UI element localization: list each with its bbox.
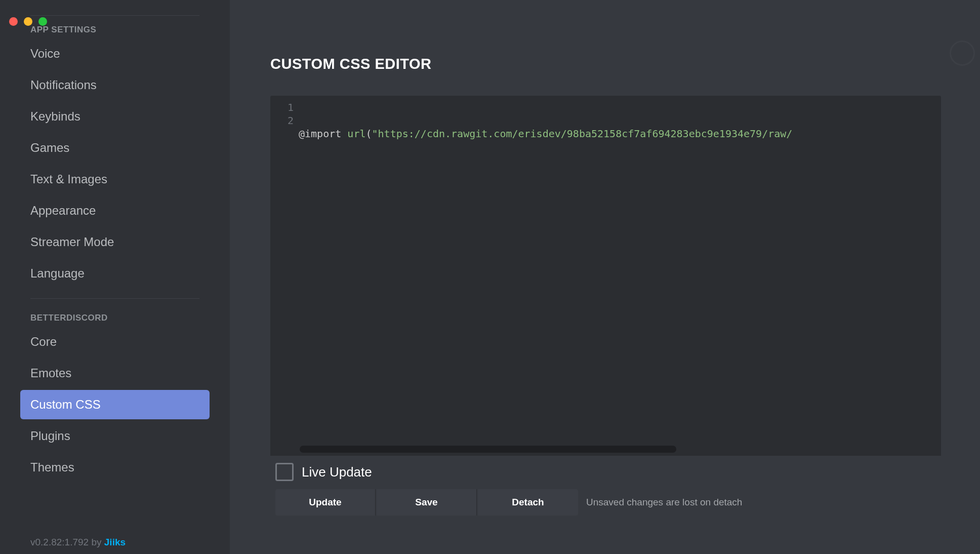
live-update-row: Live Update xyxy=(270,456,941,485)
sidebar-item-label: Voice xyxy=(30,47,60,60)
version-info: v0.2.82:1.792 by Jiiks xyxy=(20,532,210,548)
window-minimize-button[interactable] xyxy=(24,17,32,26)
css-editor-panel: 1 2 @import url("https://cdn.rawgit.com/… xyxy=(270,96,941,526)
sidebar-item-label: Streamer Mode xyxy=(30,235,114,249)
settings-content: CUSTOM CSS EDITOR 1 2 @import url("https… xyxy=(230,0,980,554)
code-content: 1 2 @import url("https://cdn.rawgit.com/… xyxy=(270,96,941,206)
sidebar-item-label: Custom CSS xyxy=(30,398,101,411)
sidebar-item-notifications[interactable]: Notifications xyxy=(20,70,210,100)
save-button[interactable]: Save xyxy=(377,489,477,516)
line-number-gutter: 1 2 xyxy=(270,101,299,206)
sidebar-item-custom-css[interactable]: Custom CSS xyxy=(20,390,210,419)
token-string: "https://cdn.rawgit.com/erisdev/98ba5215… xyxy=(372,128,793,140)
detach-hint: Unsaved changes are lost on detach xyxy=(586,497,742,508)
sidebar-item-label: Plugins xyxy=(30,429,70,443)
sidebar-item-keybinds[interactable]: Keybinds xyxy=(20,102,210,131)
sidebar-separator xyxy=(30,15,199,16)
live-update-label: Live Update xyxy=(302,464,372,480)
section-header-betterdiscord: BETTERDISCORD xyxy=(20,307,210,327)
code-lines[interactable]: @import url("https://cdn.rawgit.com/eris… xyxy=(299,101,941,206)
live-update-checkbox[interactable] xyxy=(275,463,294,481)
sidebar-item-voice[interactable]: Voice xyxy=(20,39,210,68)
sidebar-item-plugins[interactable]: Plugins xyxy=(20,421,210,451)
line-number: 1 xyxy=(270,101,294,114)
token-function: url xyxy=(347,128,365,140)
version-text: v0.2.82:1.792 by xyxy=(30,537,104,547)
sidebar-item-appearance[interactable]: Appearance xyxy=(20,196,210,225)
sidebar-item-label: Games xyxy=(30,141,69,154)
sidebar-item-core[interactable]: Core xyxy=(20,327,210,357)
sidebar-item-themes[interactable]: Themes xyxy=(20,453,210,482)
token-space xyxy=(341,128,347,140)
close-settings-button[interactable] xyxy=(950,41,975,66)
sidebar-item-text-images[interactable]: Text & Images xyxy=(20,165,210,194)
window-close-button[interactable] xyxy=(9,17,18,26)
page-title: CUSTOM CSS EDITOR xyxy=(270,56,960,72)
detach-button[interactable]: Detach xyxy=(478,489,578,516)
editor-actions-row: Update Save Detach Unsaved changes are l… xyxy=(270,485,941,526)
window-controls xyxy=(9,17,47,26)
scrollbar-thumb[interactable] xyxy=(300,446,676,453)
window-maximize-button[interactable] xyxy=(38,17,47,26)
code-editor[interactable]: 1 2 @import url("https://cdn.rawgit.com/… xyxy=(270,96,941,456)
token-paren: ( xyxy=(365,128,372,140)
sidebar-item-label: Notifications xyxy=(30,78,97,92)
sidebar-item-streamer-mode[interactable]: Streamer Mode xyxy=(20,227,210,257)
horizontal-scrollbar[interactable] xyxy=(299,446,937,453)
sidebar-item-label: Text & Images xyxy=(30,172,107,186)
sidebar-item-games[interactable]: Games xyxy=(20,133,210,163)
sidebar-item-label: Appearance xyxy=(30,204,96,217)
author-link[interactable]: Jiiks xyxy=(104,537,126,547)
sidebar-item-language[interactable]: Language xyxy=(20,259,210,288)
sidebar-item-label: Keybinds xyxy=(30,109,80,123)
line-number: 2 xyxy=(270,114,294,127)
sidebar-item-emotes[interactable]: Emotes xyxy=(20,359,210,388)
section-header-app-settings: APP SETTINGS xyxy=(20,19,210,39)
update-button[interactable]: Update xyxy=(275,489,376,516)
code-line[interactable]: @import url("https://cdn.rawgit.com/eris… xyxy=(299,127,941,140)
sidebar-item-label: Emotes xyxy=(30,366,71,380)
app-window: APP SETTINGS Voice Notifications Keybind… xyxy=(0,0,980,554)
code-line[interactable] xyxy=(299,167,941,180)
sidebar-item-label: Themes xyxy=(30,460,74,474)
sidebar-item-label: Core xyxy=(30,335,57,348)
settings-sidebar: APP SETTINGS Voice Notifications Keybind… xyxy=(0,0,230,554)
sidebar-separator xyxy=(30,298,199,299)
sidebar-item-label: Language xyxy=(30,266,85,280)
token-atrule: @import xyxy=(299,128,341,140)
